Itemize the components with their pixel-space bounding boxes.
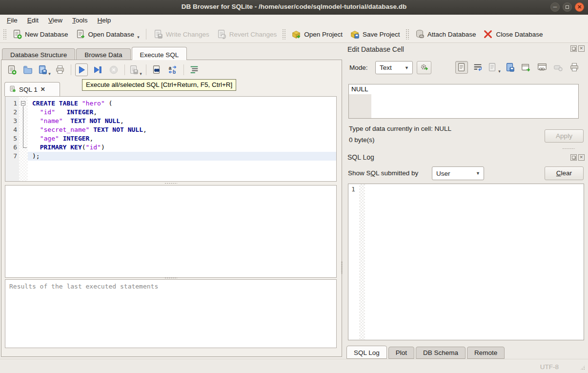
cell-toolbar: ▾ bbox=[455, 61, 581, 74]
statusbar: UTF-8 bbox=[0, 359, 588, 373]
format-icon bbox=[189, 64, 200, 75]
find-button[interactable] bbox=[150, 63, 163, 76]
splitter-handle[interactable] bbox=[5, 182, 337, 185]
panel-splitter-handle[interactable] bbox=[341, 258, 343, 277]
titlebar[interactable]: DB Browser for SQLite - /home/user/code/… bbox=[0, 0, 588, 15]
main-toolbar: New DatabaseOpen Database▾Write ChangesR… bbox=[0, 26, 588, 43]
toolbar-separator bbox=[183, 64, 184, 75]
code-line-5: "age" INTEGER, bbox=[28, 134, 336, 143]
fold-collapse-icon[interactable] bbox=[21, 101, 25, 105]
close-dock-icon[interactable] bbox=[578, 154, 585, 161]
code-line-2: "id" INTEGER, bbox=[28, 108, 336, 117]
close-dock-icon[interactable] bbox=[578, 45, 585, 52]
text-mode-button[interactable] bbox=[455, 61, 468, 74]
toolbar-separator bbox=[146, 64, 146, 75]
save-sql-file-button[interactable]: ▾ bbox=[38, 63, 50, 76]
word-wrap-button[interactable] bbox=[471, 61, 484, 74]
format-sql-button[interactable] bbox=[188, 63, 201, 76]
db-open-icon bbox=[75, 29, 86, 40]
open-project-button[interactable]: Open Project bbox=[287, 27, 346, 41]
save-project-button[interactable]: Save Project bbox=[346, 27, 404, 41]
tab-database-structure[interactable]: Database Structure bbox=[2, 48, 75, 60]
resize-grip[interactable] bbox=[579, 364, 586, 371]
new-database-button-label: New Database bbox=[25, 31, 68, 38]
open-database-button[interactable]: Open Database▾ bbox=[72, 27, 143, 41]
sql-log-view[interactable]: 1 bbox=[348, 184, 584, 340]
cell-type-label: Type of data currently in cell: NULL bbox=[349, 125, 451, 132]
line-number: 5 bbox=[5, 134, 17, 143]
float-dock-icon[interactable] bbox=[570, 154, 577, 161]
results-placeholder: Results of the last executed statements bbox=[9, 283, 158, 290]
find-replace-button[interactable]: ab bbox=[166, 63, 179, 76]
tab-db-schema[interactable]: DB Schema bbox=[416, 347, 466, 359]
code-line-1: CREATE TABLE "hero" ( bbox=[28, 99, 336, 108]
replace-icon: ab bbox=[167, 64, 178, 75]
menu-edit[interactable]: Edit bbox=[22, 16, 43, 25]
revert-changes-icon bbox=[216, 29, 227, 40]
play-line-icon bbox=[92, 64, 103, 75]
open-project-button-label: Open Project bbox=[304, 31, 343, 38]
tab-remote[interactable]: Remote bbox=[467, 347, 505, 359]
sql-open-icon bbox=[22, 64, 33, 75]
menu-view[interactable]: View bbox=[43, 16, 67, 25]
execute-sql-tooltip: Execute all/selected SQL [Ctrl+Return, F… bbox=[82, 79, 236, 91]
execute-current-line-button[interactable] bbox=[91, 63, 104, 76]
menu-help[interactable]: Help bbox=[93, 16, 116, 25]
copy-link-button[interactable] bbox=[536, 61, 548, 74]
new-sql-tab-button[interactable] bbox=[5, 63, 18, 76]
toolbar-separator bbox=[124, 64, 125, 75]
menu-file[interactable]: File bbox=[2, 16, 22, 25]
print-sql-button[interactable] bbox=[54, 63, 66, 76]
close-database-button[interactable]: Close Database bbox=[479, 27, 546, 41]
close-sql-tab-icon[interactable]: ✕ bbox=[41, 86, 45, 93]
clear-log-button[interactable]: Clear bbox=[545, 166, 584, 180]
link-window-icon bbox=[537, 62, 547, 73]
cell-editor-gutter bbox=[349, 94, 371, 118]
edit-cell-title: Edit Database Cell bbox=[347, 45, 404, 53]
dropdown-caret-icon[interactable]: ▾ bbox=[137, 35, 140, 40]
printer-icon bbox=[55, 64, 65, 75]
export-data-button[interactable] bbox=[504, 61, 516, 74]
write-changes-icon bbox=[153, 29, 163, 40]
dropdown-caret-icon[interactable]: ▾ bbox=[48, 71, 51, 76]
sql-code-editor[interactable]: 1CREATE TABLE "hero" (2 "id" INTEGER,3 "… bbox=[5, 96, 337, 182]
minimize-icon[interactable]: ─ bbox=[550, 2, 560, 12]
tab-execute-sql[interactable]: Execute SQL bbox=[132, 47, 187, 60]
tab-browse-data[interactable]: Browse Data bbox=[76, 48, 130, 60]
execute-all-button[interactable] bbox=[75, 63, 88, 76]
revert-changes-button: Revert Changes bbox=[213, 27, 281, 41]
db-attach-icon bbox=[414, 29, 425, 40]
log-fold-margin bbox=[359, 184, 365, 340]
cell-value-editor[interactable]: NULL bbox=[348, 84, 579, 119]
doc-text-icon bbox=[456, 62, 467, 73]
db-new-icon bbox=[12, 29, 22, 40]
line-number: 2 bbox=[5, 108, 17, 117]
menu-tools[interactable]: Tools bbox=[67, 16, 93, 25]
cell-mode-select[interactable]: Text▼ bbox=[375, 61, 413, 74]
attach-database-button[interactable]: Attach Database bbox=[411, 27, 480, 41]
open-sql-file-button[interactable] bbox=[21, 63, 34, 76]
toolbar-separator bbox=[146, 29, 146, 40]
log-filter-label: Show SQL submitted by bbox=[348, 169, 418, 177]
dock-splitter-handle[interactable] bbox=[403, 147, 588, 150]
float-dock-icon[interactable] bbox=[570, 45, 577, 52]
db-close-icon bbox=[483, 29, 493, 40]
log-filter-select[interactable]: User▼ bbox=[432, 166, 484, 180]
maximize-icon[interactable] bbox=[563, 2, 572, 12]
fold-margin[interactable] bbox=[19, 97, 28, 181]
close-icon[interactable]: ✕ bbox=[575, 2, 584, 12]
open-external-button[interactable] bbox=[520, 61, 532, 74]
code-line-7: ); bbox=[28, 152, 336, 161]
stop-icon bbox=[108, 64, 119, 75]
print-cell-button[interactable] bbox=[568, 61, 581, 74]
auto-mode-button[interactable] bbox=[417, 61, 431, 74]
tab-sql-log[interactable]: SQL Log bbox=[346, 346, 387, 359]
tab-new-icon bbox=[6, 64, 17, 75]
dropdown-caret-icon[interactable]: ▾ bbox=[140, 71, 142, 76]
menubar: FileEditViewToolsHelp bbox=[0, 15, 588, 26]
new-database-button[interactable]: New Database bbox=[8, 27, 72, 41]
mode-label: Mode: bbox=[349, 64, 368, 71]
sql-document-tab[interactable]: SQL 1 ✕ bbox=[4, 82, 60, 96]
tab-plot[interactable]: Plot bbox=[388, 347, 414, 359]
stop-execution-button bbox=[107, 63, 120, 76]
